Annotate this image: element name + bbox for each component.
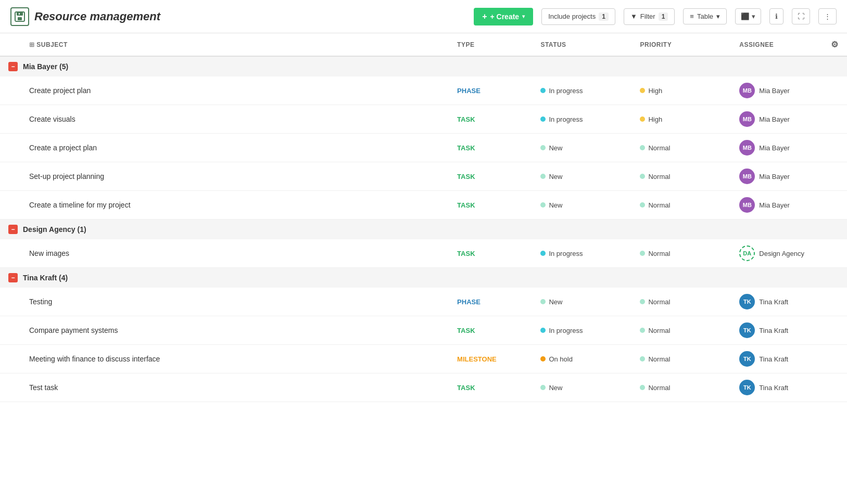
- collapse-button[interactable]: −: [8, 273, 18, 282]
- table-row[interactable]: Meeting with finance to discuss interfac…: [0, 345, 847, 373]
- priority-dot-icon: [640, 385, 645, 390]
- avatar: MB: [739, 169, 755, 184]
- status-cell: In progress: [532, 76, 631, 105]
- table-chevron-icon: ▾: [716, 12, 720, 20]
- table-row[interactable]: Create a timeline for my project TASK Ne…: [0, 191, 847, 219]
- priority-text: Normal: [648, 298, 670, 306]
- table-row[interactable]: Create visuals TASK In progress High MB: [0, 105, 847, 134]
- group-name: Tina Kraft (4): [23, 274, 68, 282]
- export-button[interactable]: ⬛ ▾: [735, 8, 761, 24]
- chevron-down-icon: ▾: [522, 14, 525, 19]
- priority-text: High: [648, 87, 662, 95]
- type-label: TYPE: [457, 41, 474, 48]
- status-text: New: [549, 144, 562, 152]
- logo-icon: [10, 7, 29, 26]
- subject-label: SUBJECT: [36, 41, 68, 48]
- assignee-name: Mia Bayer: [759, 201, 790, 209]
- collapse-button[interactable]: −: [8, 225, 18, 234]
- priority-text: Normal: [648, 144, 670, 152]
- avatar: TK: [739, 380, 755, 395]
- row-options-cell: [823, 316, 847, 345]
- fullscreen-button[interactable]: ⛶: [792, 8, 810, 24]
- filter-count: 1: [659, 12, 668, 21]
- info-button[interactable]: ℹ: [769, 8, 783, 24]
- subject-cell: Meeting with finance to discuss interfac…: [0, 345, 449, 373]
- subject-cell: Create project plan: [0, 76, 449, 105]
- table-row[interactable]: New images TASK In progress Normal DA: [0, 239, 847, 268]
- row-options-cell: [823, 288, 847, 316]
- avatar: MB: [739, 140, 755, 156]
- row-options-cell: [823, 239, 847, 268]
- type-cell: TASK: [449, 239, 532, 268]
- assignee-name: Design Agency: [759, 250, 804, 257]
- priority-cell: Normal: [631, 191, 731, 219]
- more-options-button[interactable]: ⋮: [818, 8, 837, 24]
- status-text: On hold: [549, 355, 573, 363]
- priority-dot-icon: [640, 174, 645, 179]
- filter-label: Filter: [640, 12, 655, 20]
- status-dot-icon: [540, 88, 546, 93]
- app-logo: Resource management: [10, 7, 160, 26]
- status-text: In progress: [549, 250, 583, 257]
- avatar: DA: [739, 245, 755, 261]
- status-dot-icon: [540, 117, 546, 122]
- status-label: STATUS: [540, 41, 566, 48]
- filter-button[interactable]: ▼ Filter 1: [624, 8, 675, 25]
- priority-text: Normal: [648, 173, 670, 180]
- type-cell: TASK: [449, 316, 532, 345]
- table-row[interactable]: Test task TASK New Normal TK Tina Kr: [0, 373, 847, 402]
- priority-text: Normal: [648, 327, 670, 334]
- status-dot-icon: [540, 145, 546, 150]
- assignee-name: Mia Bayer: [759, 144, 790, 152]
- settings-column-header[interactable]: ⚙: [823, 33, 847, 56]
- priority-cell: High: [631, 76, 731, 105]
- status-dot-icon: [540, 174, 546, 179]
- include-projects-label: Include projects: [548, 12, 596, 20]
- assignee-label: ASSIGNEE: [739, 41, 774, 48]
- create-button[interactable]: + + Create ▾: [474, 8, 533, 25]
- assignee-name: Tina Kraft: [759, 384, 788, 392]
- gear-icon: ⚙: [831, 40, 839, 49]
- table-row[interactable]: Create project plan PHASE In progress Hi…: [0, 76, 847, 105]
- status-dot-icon: [540, 251, 546, 256]
- type-badge: PHASE: [457, 87, 481, 95]
- collapse-button[interactable]: −: [8, 62, 18, 71]
- group-row: − Mia Bayer (5): [0, 56, 847, 76]
- table-row[interactable]: Create a project plan TASK New Normal MB: [0, 134, 847, 162]
- type-cell: MILESTONE: [449, 345, 532, 373]
- assignee-cell: TK Tina Kraft: [731, 345, 823, 373]
- type-cell: TASK: [449, 105, 532, 134]
- table-row[interactable]: Testing PHASE New Normal TK Tina Kra: [0, 288, 847, 316]
- group-row: − Design Agency (1): [0, 219, 847, 240]
- status-dot-icon: [540, 202, 546, 208]
- assignee-name: Tina Kraft: [759, 327, 788, 334]
- type-cell: TASK: [449, 373, 532, 402]
- svg-rect-2: [18, 17, 22, 20]
- table-view-button[interactable]: ≡ Table ▾: [683, 8, 727, 24]
- assignee-name: Tina Kraft: [759, 355, 788, 363]
- avatar: TK: [739, 351, 755, 367]
- subject-cell: Create a project plan: [0, 134, 449, 162]
- table-row[interactable]: Compare payment systems TASK In progress…: [0, 316, 847, 345]
- priority-cell: Normal: [631, 345, 731, 373]
- row-options-cell: [823, 191, 847, 219]
- avatar: TK: [739, 322, 755, 338]
- row-options-cell: [823, 76, 847, 105]
- priority-text: Normal: [648, 250, 670, 257]
- assignee-cell: MB Mia Bayer: [731, 162, 823, 191]
- row-options-cell: [823, 162, 847, 191]
- type-badge: TASK: [457, 115, 475, 123]
- subject-cell: Create visuals: [0, 105, 449, 134]
- status-cell: New: [532, 373, 631, 402]
- svg-rect-3: [19, 13, 20, 15]
- type-badge: TASK: [457, 250, 475, 257]
- expand-icon: ⊞: [29, 41, 35, 48]
- header: Resource management + + Create ▾ Include…: [0, 0, 847, 33]
- table-row[interactable]: Set-up project planning TASK New Normal …: [0, 162, 847, 191]
- status-dot-icon: [540, 299, 546, 304]
- assignee-cell: TK Tina Kraft: [731, 288, 823, 316]
- include-projects-button[interactable]: Include projects 1: [541, 8, 615, 25]
- priority-text: Normal: [648, 384, 670, 392]
- assignee-column-header: ASSIGNEE: [731, 33, 823, 56]
- include-projects-count: 1: [599, 12, 609, 21]
